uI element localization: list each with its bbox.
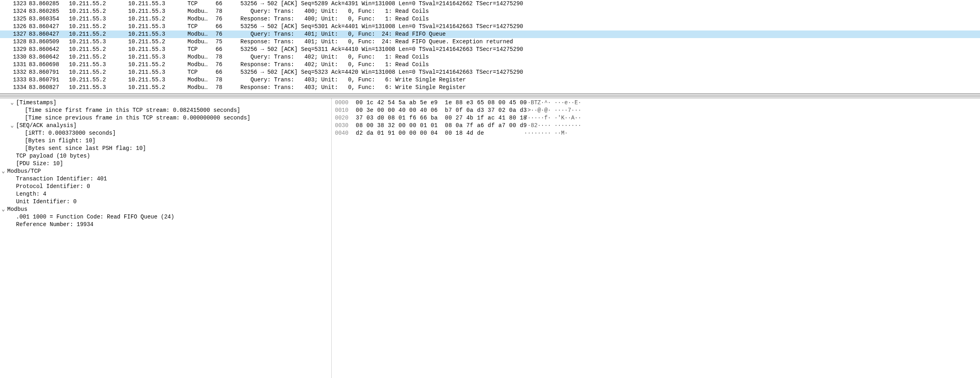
chevron-down-icon[interactable]: ⌄ — [10, 122, 16, 129]
packet-time: 83.860698 — [29, 61, 69, 69]
chevron-down-icon[interactable]: ⌄ — [2, 206, 7, 213]
packet-protocol: Modbu… — [188, 30, 216, 38]
packet-info: 53256 → 502 [ACK] Seq=5301 Ack=4401 Win=… — [240, 23, 978, 30]
packet-destination: 10.211.55.3 — [128, 0, 188, 8]
tree-item[interactable]: [Bytes in flight: 10] — [0, 137, 331, 145]
packet-row[interactable]: 132483.86028510.211.55.210.211.55.3Modbu… — [0, 8, 980, 15]
tree-item[interactable]: [Time since first frame in this TCP stre… — [0, 107, 331, 114]
packet-no: 1329 — [2, 46, 29, 53]
tree-item-label: Length: 4 — [16, 191, 46, 197]
tree-item[interactable]: ⌄[SEQ/ACK analysis] — [0, 122, 331, 129]
chevron-down-icon[interactable]: ⌄ — [2, 168, 7, 175]
packet-protocol: TCP — [188, 69, 216, 76]
packet-length: 76 — [216, 15, 240, 23]
packet-info: 53256 → 502 [ACK] Seq=5323 Ack=4420 Win=… — [240, 69, 978, 76]
hex-row[interactable]: 000000 1c 42 54 5a ab 5e e9 1e 88 e3 65 … — [332, 99, 980, 107]
packet-length: 78 — [216, 84, 240, 91]
packet-destination: 10.211.55.2 — [128, 61, 188, 69]
packet-info: Query: Trans: 400; Unit: 0, Func: 1: Rea… — [240, 8, 978, 15]
packet-row[interactable]: 133083.86064210.211.55.210.211.55.3Modbu… — [0, 53, 980, 61]
packet-source: 10.211.55.3 — [69, 38, 128, 46]
packet-length: 78 — [216, 53, 240, 61]
pane-divider[interactable] — [0, 94, 980, 98]
tree-item[interactable]: Unit Identifier: 0 — [0, 198, 331, 206]
tree-item[interactable]: .001 1000 = Function Code: Read FIFO Que… — [0, 213, 331, 221]
tree-item[interactable]: Protocol Identifier: 0 — [0, 183, 331, 190]
hex-offset: 0000 — [335, 99, 356, 107]
tree-item[interactable]: [iRTT: 0.000373000 seconds] — [0, 129, 331, 137]
packet-source: 10.211.55.2 — [69, 69, 128, 76]
hex-ascii: ··82···· ········ — [524, 122, 581, 129]
packet-destination: 10.211.55.3 — [128, 46, 188, 53]
tree-item-label: [SEQ/ACK analysis] — [16, 122, 77, 129]
tree-item-label: .001 1000 = Function Code: Read FIFO Que… — [16, 214, 174, 220]
packet-no: 1327 — [2, 30, 29, 38]
tree-item-label: Unit Identifier: 0 — [16, 198, 77, 205]
packet-info: Response: Trans: 402; Unit: 0, Func: 1: … — [240, 61, 978, 69]
packet-row[interactable]: 132983.86064210.211.55.210.211.55.3TCP66… — [0, 46, 980, 53]
packet-source: 10.211.55.3 — [69, 15, 128, 23]
packet-row[interactable]: 133383.86079110.211.55.210.211.55.3Modbu… — [0, 76, 980, 84]
packet-details-tree[interactable]: ⌄[Timestamps][Time since first frame in … — [0, 98, 332, 378]
packet-no: 1326 — [2, 23, 29, 30]
hex-bytes: 00 1c 42 54 5a ab 5e e9 1e 88 e3 65 08 0… — [356, 99, 524, 107]
tree-item[interactable]: TCP payload (10 bytes) — [0, 152, 331, 160]
packet-destination: 10.211.55.2 — [128, 38, 188, 46]
tree-item-label: Transaction Identifier: 401 — [16, 176, 107, 182]
packet-no: 1334 — [2, 84, 29, 91]
tree-item[interactable]: Reference Number: 19934 — [0, 221, 331, 228]
tree-item-label: [Time since previous frame in this TCP s… — [25, 115, 250, 121]
tree-item[interactable]: ⌄Modbus — [0, 206, 331, 213]
packet-list[interactable]: 132383.86028510.211.55.210.211.55.3TCP66… — [0, 0, 980, 94]
packet-no: 1333 — [2, 76, 29, 84]
packet-row[interactable]: 132883.86050910.211.55.310.211.55.2Modbu… — [0, 38, 980, 46]
hex-ascii: ··BTZ·^· ···e··E· — [524, 99, 581, 107]
packet-no: 1324 — [2, 8, 29, 15]
tree-item[interactable]: Length: 4 — [0, 190, 331, 198]
packet-row[interactable]: 132783.86042710.211.55.210.211.55.3Modbu… — [0, 30, 980, 38]
packet-length: 78 — [216, 76, 240, 84]
packet-row[interactable]: 132583.86035410.211.55.310.211.55.2Modbu… — [0, 15, 980, 23]
hex-ascii: ·>··@·@· ····7··· — [524, 107, 581, 114]
packet-time: 83.860285 — [29, 8, 69, 15]
hex-row[interactable]: 003008 00 38 32 00 00 01 01 08 0a 7f a6 … — [332, 122, 980, 129]
packet-no: 1323 — [2, 0, 29, 8]
packet-row[interactable]: 132683.86042710.211.55.210.211.55.3TCP66… — [0, 23, 980, 30]
packet-source: 10.211.55.2 — [69, 23, 128, 30]
tree-item[interactable]: [PDU Size: 10] — [0, 160, 331, 168]
chevron-down-icon[interactable]: ⌄ — [10, 99, 16, 107]
hex-row[interactable]: 001000 3e 00 00 40 00 40 06 b7 0f 0a d3 … — [332, 107, 980, 114]
tree-item[interactable]: Transaction Identifier: 401 — [0, 175, 331, 183]
packet-length: 66 — [216, 0, 240, 8]
tree-item[interactable]: [Time since previous frame in this TCP s… — [0, 114, 331, 122]
packet-info: Query: Trans: 403; Unit: 0, Func: 6: Wri… — [240, 76, 978, 84]
packet-row[interactable]: 132383.86028510.211.55.210.211.55.3TCP66… — [0, 0, 980, 8]
packet-info: 53256 → 502 [ACK] Seq=5311 Ack=4410 Win=… — [240, 46, 978, 53]
hex-ascii: ········ ··M· — [524, 129, 568, 137]
tree-item-label: [Time since first frame in this TCP stre… — [25, 107, 240, 113]
packet-protocol: TCP — [188, 23, 216, 30]
packet-no: 1325 — [2, 15, 29, 23]
hex-offset: 0020 — [335, 114, 356, 122]
packet-source: 10.211.55.2 — [69, 0, 128, 8]
tree-item-label: [Bytes sent since last PSH flag: 10] — [25, 145, 146, 152]
packet-row[interactable]: 133183.86069810.211.55.310.211.55.2Modbu… — [0, 61, 980, 69]
packet-bytes-hex[interactable]: 000000 1c 42 54 5a ab 5e e9 1e 88 e3 65 … — [332, 98, 980, 378]
packet-no: 1331 — [2, 61, 29, 69]
packet-protocol: Modbu… — [188, 38, 216, 46]
packet-time: 83.860642 — [29, 46, 69, 53]
packet-length: 76 — [216, 61, 240, 69]
packet-destination: 10.211.55.3 — [128, 69, 188, 76]
tree-item[interactable]: ⌄[Timestamps] — [0, 99, 331, 107]
hex-row[interactable]: 0040d2 da 01 91 00 00 00 04 00 18 4d de·… — [332, 129, 980, 137]
packet-row[interactable]: 133483.86082710.211.55.310.211.55.2Modbu… — [0, 84, 980, 91]
packet-row[interactable]: 133283.86079110.211.55.210.211.55.3TCP66… — [0, 69, 980, 76]
packet-length: 66 — [216, 23, 240, 30]
hex-row[interactable]: 002037 03 d0 08 01 f6 66 ba 00 27 4b 1f … — [332, 114, 980, 122]
packet-destination: 10.211.55.2 — [128, 15, 188, 23]
tree-item[interactable]: ⌄Modbus/TCP — [0, 168, 331, 175]
hex-bytes: 37 03 d0 08 01 f6 66 ba 00 27 4b 1f ac 4… — [356, 114, 524, 122]
packet-length: 78 — [216, 8, 240, 15]
tree-item[interactable]: [Bytes sent since last PSH flag: 10] — [0, 145, 331, 152]
packet-info: Response: Trans: 400; Unit: 0, Func: 1: … — [240, 15, 978, 23]
